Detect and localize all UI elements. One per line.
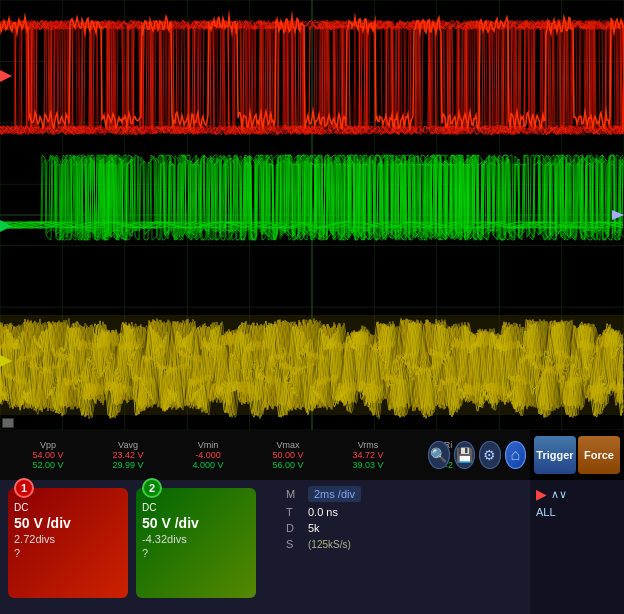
d-label: D	[286, 522, 302, 534]
meas-vavg: Vavg 23.42 V 29.99 V	[88, 440, 168, 470]
meas-vavg-label: Vavg	[118, 440, 138, 450]
force-button[interactable]: Force	[578, 436, 620, 474]
t-value: 0.0 ns	[308, 506, 338, 518]
timebase-panel: M 2ms /div T 0.0 ns D 5k S (125kS/s)	[280, 480, 530, 614]
ch2-vdiv: 50 V /div	[142, 515, 250, 531]
meas-vpp-label: Vpp	[40, 440, 56, 450]
trigger-button[interactable]: Trigger	[534, 436, 576, 474]
waveform-canvas	[0, 0, 624, 430]
ch2-question: ?	[142, 547, 250, 559]
settings-icon-button[interactable]: ⚙	[479, 441, 501, 469]
trigger-detail: ▶ ∧∨ ALL	[530, 480, 624, 614]
meas-vmin: Vmin -4.000 4.000 V	[168, 440, 248, 470]
ch2-coupling: DC	[142, 502, 250, 513]
s-label: S	[286, 538, 302, 550]
meas-ch2-vavg: 29.99 V	[112, 460, 143, 470]
channel-boxes: 1 DC 50 V /div 2.72divs ? 2 DC 50 V /div…	[0, 480, 280, 614]
ch1-number: 1	[14, 478, 34, 498]
meas-ch1-vmin: -4.000	[195, 450, 221, 460]
t-label: T	[286, 506, 302, 518]
ch1-box[interactable]: 1 DC 50 V /div 2.72divs ?	[8, 488, 128, 598]
meas-vmax: Vmax 50.00 V 56.00 V	[248, 440, 328, 470]
ch2-box[interactable]: 2 DC 50 V /div -4.32divs ?	[136, 488, 256, 598]
timebase-m: M 2ms /div	[286, 486, 524, 502]
trigger-arrow-icon: ▶	[536, 486, 547, 502]
meas-vpp: Vpp 54.00 V 52.00 V	[8, 440, 88, 470]
trigger-channel-row: ALL	[536, 506, 618, 518]
s-value: (125kS/s)	[308, 539, 351, 550]
meas-vrms: Vrms 34.72 V 39.03 V	[328, 440, 408, 470]
m-label: M	[286, 488, 302, 500]
timebase-d: D 5k	[286, 522, 524, 534]
d-value: 5k	[308, 522, 320, 534]
trigger-type-row: ▶ ∧∨	[536, 486, 618, 502]
meas-ch1-vmax: 50.00 V	[272, 450, 303, 460]
ch1-question: ?	[14, 547, 122, 559]
icons-row: 🔍 💾 ⚙ ⌂	[424, 430, 530, 480]
meas-ch1-vavg: 23.42 V	[112, 450, 143, 460]
meas-ch2-vmin: 4.000 V	[192, 460, 223, 470]
meas-ch2-vrms: 39.03 V	[352, 460, 383, 470]
meas-vrms-label: Vrms	[358, 440, 379, 450]
save-icon-button[interactable]: 💾	[454, 441, 476, 469]
trigger-channel: ALL	[536, 506, 556, 518]
meas-ch2-vmax: 56.00 V	[272, 460, 303, 470]
home-icon-button[interactable]: ⌂	[505, 441, 527, 469]
meas-ch2-vpp: 52.00 V	[32, 460, 63, 470]
ch2-number: 2	[142, 478, 162, 498]
meas-ch1-vpp: 54.00 V	[32, 450, 63, 460]
meas-vmax-label: Vmax	[276, 440, 299, 450]
timebase-s: S (125kS/s)	[286, 538, 524, 550]
timebase-t: T 0.0 ns	[286, 506, 524, 518]
m-value[interactable]: 2ms /div	[308, 486, 361, 502]
ch2-divs: -4.32divs	[142, 533, 250, 545]
meas-ch1-vrms: 34.72 V	[352, 450, 383, 460]
trigger-buttons: Trigger Force	[530, 430, 624, 480]
meas-vmin-label: Vmin	[198, 440, 219, 450]
oscilloscope-screen	[0, 0, 624, 430]
zoom-icon-button[interactable]: 🔍	[428, 441, 450, 469]
ch1-divs: 2.72divs	[14, 533, 122, 545]
ch1-vdiv: 50 V /div	[14, 515, 122, 531]
ch1-coupling: DC	[14, 502, 122, 513]
trigger-wave-icon: ∧∨	[551, 488, 567, 501]
